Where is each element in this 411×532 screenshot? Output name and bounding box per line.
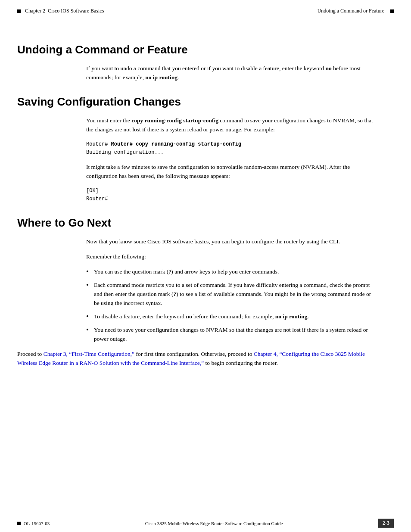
section1-paragraph: If you want to undo a command that you e… <box>86 64 377 82</box>
header-chapter-label: Chapter 2 <box>25 8 45 14</box>
section2-code2-line2: Router# <box>86 195 394 203</box>
proceed-link1[interactable]: Chapter 3, “First-Time Configuration,” <box>44 351 134 357</box>
section2-para1-pre: You must enter the <box>86 117 131 124</box>
bullet-item-4: • You need to save your configuration ch… <box>86 326 377 344</box>
proceed-paragraph: Proceed to Chapter 3, “First-Time Config… <box>17 350 377 368</box>
footer-page-number: 2-3 <box>378 519 394 528</box>
bullet3-bold-pre: no <box>186 313 192 320</box>
bullet-item-1: • You can use the question mark (?) and … <box>86 268 377 277</box>
section3-para1: Now that you know some Cisco IOS softwar… <box>86 237 377 246</box>
section1-bold2: no ip routing <box>145 74 177 81</box>
bullet-item-2: • Each command mode restricts you to a s… <box>86 281 377 308</box>
section2-code1-normal-line: Building configuration... <box>86 149 394 157</box>
proceed-mid: for first time configuration. Otherwise,… <box>134 351 254 357</box>
footer-left: OL-15667-03 <box>17 521 50 526</box>
section3: Where to Go Next Now that you know some … <box>17 216 394 367</box>
section1-title: Undoing a Command or Feature <box>17 43 394 56</box>
bullet3-mid: before the command; for example, <box>192 313 275 320</box>
section2-para1-bold: copy running-config startup-config <box>131 117 218 124</box>
bullet-dot-3: • <box>86 313 94 320</box>
page-footer: OL-15667-03 Cisco 3825 Mobile Wireless E… <box>0 515 411 532</box>
section3-title: Where to Go Next <box>17 216 394 230</box>
proceed-end: to begin configuring the router. <box>204 360 278 366</box>
bullet3-pre: To disable a feature, enter the keyword <box>94 313 186 320</box>
code1-prompt: Router# <box>86 141 111 147</box>
section2: Saving Configuration Changes You must en… <box>17 95 394 203</box>
section1-para-end: . <box>177 74 179 81</box>
section2-code2: [OK] Router# <box>86 187 394 203</box>
page: Chapter 2 Cisco IOS Software Basics Undo… <box>0 0 411 532</box>
footer-left-indicator <box>17 522 21 525</box>
bullet-text-3: To disable a feature, enter the keyword … <box>94 312 377 321</box>
bullet-item-3: • To disable a feature, enter the keywor… <box>86 312 377 321</box>
header-square-icon <box>390 9 394 13</box>
section2-para2: It might take a few minutes to save the … <box>86 163 377 181</box>
proceed-pre: Proceed to <box>17 351 44 357</box>
section1-bold1: no <box>326 65 332 72</box>
section1: Undoing a Command or Feature If you want… <box>17 43 394 82</box>
section3-bullet-list: • You can use the question mark (?) and … <box>86 268 377 343</box>
section2-para1: You must enter the copy running-config s… <box>86 116 377 134</box>
bullet-text-4: You need to save your configuration chan… <box>94 326 377 344</box>
bullet-dot-4: • <box>86 327 94 333</box>
bullet3-bold-post: no ip routing <box>275 313 308 320</box>
page-header: Chapter 2 Cisco IOS Software Basics Undo… <box>0 0 411 17</box>
header-left-indicator <box>17 9 21 13</box>
section3-para2: Remember the following: <box>86 252 377 261</box>
section1-para-pre: If you want to undo a command that you e… <box>86 65 326 72</box>
header-left: Chapter 2 Cisco IOS Software Basics <box>17 8 104 14</box>
footer-doc-number: OL-15667-03 <box>24 521 50 526</box>
bullet-text-2: Each command mode restricts you to a set… <box>94 281 377 308</box>
bullet-dot-1: • <box>86 268 94 275</box>
code1-command: Router# copy running-config startup-conf… <box>111 141 241 147</box>
bullet-dot-2: • <box>86 282 94 289</box>
section2-code1-bold-line: Router# Router# copy running-config star… <box>86 140 394 149</box>
header-chapter-title: Cisco IOS Software Basics <box>48 8 104 14</box>
header-section-label: Undoing a Command or Feature <box>318 8 384 14</box>
section2-code1: Router# Router# copy running-config star… <box>86 140 394 157</box>
bullet-text-1: You can use the question mark (?) and ar… <box>94 268 377 277</box>
section2-title: Saving Configuration Changes <box>17 95 394 109</box>
footer-right: 2-3 <box>378 519 394 528</box>
header-right: Undoing a Command or Feature <box>318 8 394 14</box>
footer-center: Cisco 3825 Mobile Wireless Edge Router S… <box>50 521 378 526</box>
footer-doc-title: Cisco 3825 Mobile Wireless Edge Router S… <box>145 521 283 526</box>
bullet3-end: . <box>308 313 309 320</box>
main-content: Undoing a Command or Feature If you want… <box>0 17 411 398</box>
section2-code2-line1: [OK] <box>86 187 394 195</box>
